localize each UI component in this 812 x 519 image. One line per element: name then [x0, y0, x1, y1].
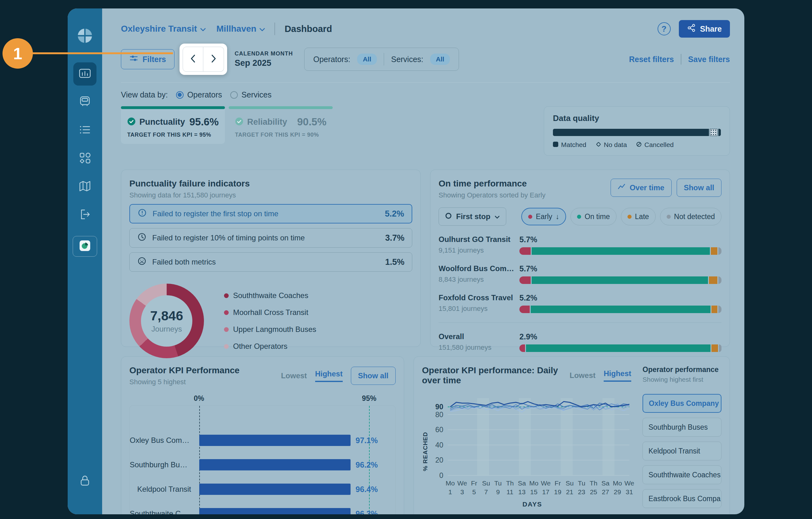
- late-dot-icon: [628, 215, 632, 219]
- tab-punctuality[interactable]: Punctuality 95.6% TARGET FOR THIS KPI = …: [121, 106, 225, 144]
- daily-lowest-toggle[interactable]: Lowest: [570, 371, 596, 380]
- chip-not-detected[interactable]: Not detected: [660, 208, 722, 225]
- kpi-bar-value: 96.3%: [355, 509, 378, 515]
- bus-icon: [78, 94, 92, 110]
- over-time-button[interactable]: Over time: [611, 179, 672, 197]
- kpi-bar-label: Souththwaite Coac…: [130, 509, 199, 514]
- diamond-icon: [596, 141, 601, 148]
- y-axis-label: % REACHED: [422, 432, 429, 471]
- data-quality-bar: [553, 129, 721, 136]
- sidebar-item-lock[interactable]: [73, 470, 96, 493]
- sidebar-app-switcher[interactable]: [73, 236, 97, 257]
- operator-panel-title: Operator performance: [642, 365, 722, 374]
- legend-item: Upper Langmouth Buses: [224, 325, 316, 334]
- operator-button-souththwaite[interactable]: Souththwaite Coaches: [642, 465, 722, 484]
- operators-filter-value[interactable]: All: [357, 54, 377, 65]
- radio-services-label: Services: [241, 90, 271, 99]
- radio-selected-icon: [176, 91, 183, 99]
- kpi-show-all-button[interactable]: Show all: [351, 367, 396, 385]
- failure-row-both-metrics[interactable]: Failed both metrics 1.5%: [129, 252, 412, 272]
- filter-section-divider: [121, 82, 730, 83]
- data-quality-panel: Data quality Matched No data Cancelled: [544, 106, 730, 156]
- help-button[interactable]: ?: [658, 22, 671, 35]
- operator-button-oxley[interactable]: Oxley Bus Company: [642, 394, 722, 413]
- chip-on-time[interactable]: On time: [571, 208, 616, 225]
- kpi-bar-row: Southburgh Buses 96.2%: [130, 459, 378, 470]
- share-button[interactable]: Share: [679, 20, 730, 37]
- sidebar-item-categories[interactable]: [73, 147, 96, 170]
- svg-text:80: 80: [435, 411, 443, 419]
- chip-late[interactable]: Late: [621, 208, 656, 225]
- sidebar-item-services-list[interactable]: [73, 119, 96, 142]
- share-label: Share: [700, 24, 722, 33]
- first-stop-label: First stop: [456, 212, 490, 221]
- early-percentage: 5.7%: [519, 264, 722, 273]
- operator-name: Foxfold Cross Travel: [439, 293, 516, 302]
- svg-text:Mo: Mo: [529, 480, 538, 487]
- svg-text:15: 15: [530, 488, 537, 495]
- app-logo-icon: [76, 27, 94, 46]
- kpi-bar-value: 96.2%: [355, 460, 378, 469]
- reset-filters-link[interactable]: Reset filters: [629, 55, 674, 64]
- kpi-bar-value: 97.1%: [355, 436, 378, 445]
- tab-reliability[interactable]: Reliability 90.5% TARGET FOR THIS KPI = …: [229, 106, 333, 144]
- svg-text:40: 40: [435, 441, 443, 449]
- kpi-bar-row: Oxley Bus Company 97.1%: [130, 435, 378, 446]
- services-filter-value[interactable]: All: [430, 54, 450, 65]
- legend-dot: [224, 310, 229, 315]
- failure-row-first-stop[interactable]: Failed to register the first stop on tim…: [129, 204, 412, 223]
- on-time-performance-card: On time performance Showing Operators so…: [430, 169, 730, 347]
- calendar-month-display: CALENDAR MONTH Sep 2025: [235, 51, 293, 68]
- sidebar-item-logout[interactable]: [73, 203, 96, 226]
- operator-button-southburgh[interactable]: Southburgh Buses: [642, 418, 722, 437]
- chip-early[interactable]: Early ↓: [521, 208, 566, 225]
- operator-button-keldpool[interactable]: Keldpool Transit: [642, 442, 722, 460]
- calendar-month-value: Sep 2025: [235, 58, 293, 68]
- check-circle-icon: [235, 117, 243, 127]
- radio-services[interactable]: Services: [230, 90, 271, 99]
- view-data-by: View data by: Operators Services: [121, 90, 730, 99]
- svg-text:We: We: [625, 480, 634, 487]
- failures-card-title: Punctuality failure indicators: [129, 179, 412, 189]
- on-time-card-title: On time performance: [439, 179, 545, 189]
- analytics-app-icon: [79, 240, 91, 253]
- next-month-button[interactable]: [203, 47, 224, 72]
- sidebar-item-dashboard[interactable]: [73, 62, 96, 86]
- svg-text:90: 90: [435, 403, 443, 411]
- kpi-card-subtitle: Showing 5 highest: [129, 378, 240, 386]
- org-selector[interactable]: Oxleyshire Transit: [121, 24, 206, 34]
- overall-performance-row: Overall 151,580 journeys 2.9%: [439, 332, 722, 352]
- legend-no-data: No data: [596, 141, 627, 148]
- circle-slash-icon: [636, 141, 642, 148]
- frown-icon: [137, 256, 147, 268]
- svg-text:Tu: Tu: [494, 480, 502, 487]
- early-percentage: 5.7%: [519, 235, 722, 244]
- chevron-left-icon: [190, 54, 196, 64]
- services-filter-label: Services:: [391, 55, 423, 64]
- first-stop-dropdown[interactable]: First stop: [439, 208, 506, 226]
- sidebar-item-vehicles[interactable]: [73, 90, 96, 114]
- on-time-show-all-button[interactable]: Show all: [677, 179, 722, 197]
- daily-highest-toggle[interactable]: Highest: [604, 369, 631, 382]
- operator-panel-subtitle: Showing highest first: [642, 376, 722, 383]
- operator-button-eastbrook[interactable]: Eastbrook Bus Compa…: [642, 489, 722, 508]
- radio-unselected-icon: [230, 91, 238, 99]
- operator-journeys: 8,843 journeys: [439, 275, 516, 284]
- alert-circle-icon: [138, 208, 147, 219]
- operator-journeys: 9,151 journeys: [439, 246, 516, 254]
- radio-operators[interactable]: Operators: [176, 90, 222, 99]
- highest-toggle[interactable]: Highest: [315, 370, 343, 382]
- svg-text:Mo: Mo: [446, 480, 455, 487]
- previous-month-button[interactable]: [183, 47, 203, 72]
- failure-row-label: Failed to register the first stop on tim…: [152, 209, 279, 218]
- region-name: Millhaven: [216, 24, 257, 34]
- svg-text:Sa: Sa: [602, 480, 610, 487]
- region-selector[interactable]: Millhaven: [216, 24, 265, 34]
- sidebar-item-map[interactable]: [73, 175, 96, 198]
- matched-square-icon: [553, 141, 558, 148]
- lowest-toggle[interactable]: Lowest: [281, 372, 307, 380]
- tab-punctuality-label: Punctuality: [139, 117, 185, 127]
- failure-row-timing-points[interactable]: Failed to register 10% of timing points …: [129, 228, 412, 248]
- chevron-down-icon: [495, 212, 500, 221]
- save-filters-link[interactable]: Save filters: [688, 55, 730, 64]
